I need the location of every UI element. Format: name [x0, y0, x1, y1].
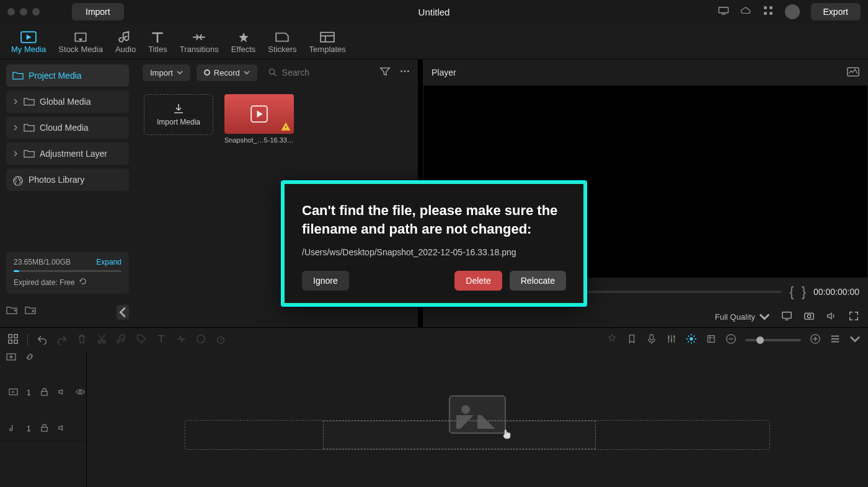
dialog-title: Can't find the file, please make sure th…: [302, 201, 566, 238]
modal-backdrop: Can't find the file, please make sure th…: [0, 0, 868, 487]
relocate-button[interactable]: Relocate: [510, 271, 566, 291]
dialog-file-path: /Users/ws/Desktop/Snapshot_2022-12-05-16…: [302, 247, 566, 257]
delete-button[interactable]: Delete: [454, 271, 502, 291]
file-not-found-dialog: Can't find the file, please make sure th…: [282, 182, 586, 305]
ignore-button[interactable]: Ignore: [302, 271, 349, 291]
